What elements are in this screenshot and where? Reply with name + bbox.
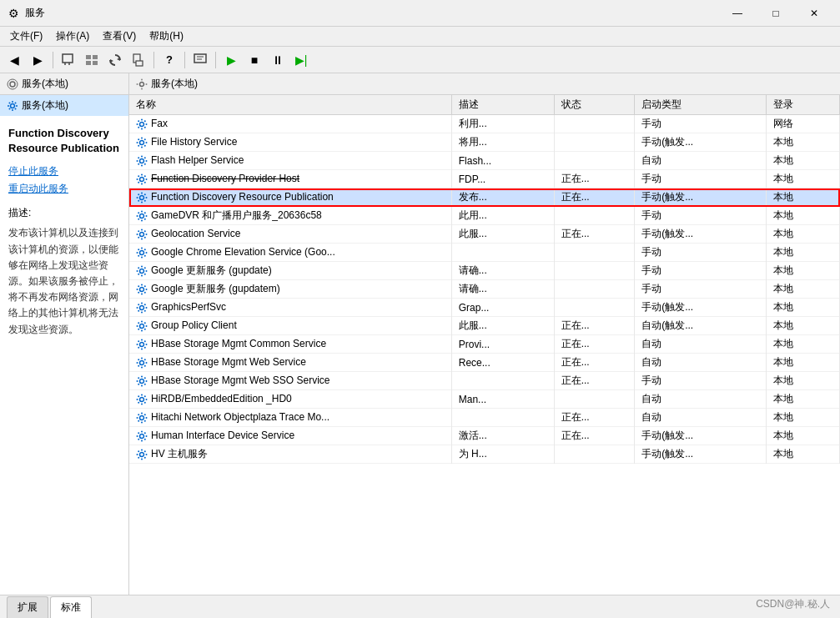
table-row[interactable]: HV 主机服务为 H...手动(触发...本地 [129,445,840,464]
svg-point-68 [141,201,143,203]
restart-service-button[interactable]: ▶| [290,50,312,70]
svg-point-32 [141,128,143,129]
minimize-button[interactable]: — [718,0,757,27]
col-name[interactable]: 名称 [129,95,451,115]
svg-point-179 [138,414,139,415]
help-button[interactable]: ? [158,50,180,70]
svg-point-79 [146,215,148,217]
tab-expand[interactable]: 扩展 [7,596,48,618]
col-desc[interactable]: 描述 [451,95,554,115]
stop-service-link[interactable]: 停止此服务 [8,164,120,178]
services-table-container[interactable]: 名称 描述 状态 启动类型 登录 Fax利用...手动网络 [129,95,840,595]
col-status[interactable]: 状态 [554,95,635,115]
service-desc-cell: Flash... [451,152,554,170]
service-links: 停止此服务 重启动此服务 [8,164,120,196]
close-button[interactable]: ✕ [795,0,833,27]
forward-button[interactable]: ▶ [27,50,48,70]
service-name-cell: Fax [129,115,451,133]
svg-point-105 [137,270,138,272]
table-row[interactable]: Group Policy Client此服...正在...自动(触发...本地 [129,317,840,335]
scope-icon [62,53,75,67]
tab-standard[interactable]: 标准 [50,596,92,618]
table-row[interactable]: HiRDB/EmbeddedEdition _HD0Man...自动本地 [129,390,840,409]
svg-point-193 [141,449,143,450]
svg-point-169 [146,399,148,400]
table-row[interactable]: HBase Storage Mgmt Web SSO Service正在...手… [129,372,840,390]
table-row[interactable]: HBase Storage Mgmt Common ServiceProvi..… [129,335,840,354]
service-startup-cell: 手动 [635,262,767,280]
table-row[interactable]: Hitachi Network Objectplaza Trace Mo...正… [129,409,840,427]
svg-point-172 [144,395,146,397]
table-row[interactable]: HBase Storage Mgmt Web ServiceRece...正在.… [129,354,840,372]
service-desc-cell: Grap... [451,299,554,317]
table-row[interactable]: Google 更新服务 (gupdate)请确...手动本地 [129,262,840,280]
service-desc-cell: 此用... [451,207,554,225]
properties-button[interactable] [189,50,211,70]
table-row[interactable]: Fax利用...手动网络 [129,115,840,133]
service-login-cell: 本地 [767,207,840,225]
svg-point-111 [140,287,144,291]
table-row[interactable]: GraphicsPerfSvcGrap...手动(触发...本地 [129,299,840,317]
svg-point-129 [140,324,144,328]
service-login-cell: 本地 [767,244,840,262]
table-row[interactable]: Human Interface Device Service激活...正在...… [129,427,840,445]
service-status-cell [554,207,635,225]
svg-point-90 [144,237,146,239]
service-startup-cell: 自动 [635,354,767,372]
svg-point-197 [138,450,139,452]
svg-point-94 [141,247,143,249]
service-login-cell: 本地 [767,372,840,390]
service-desc-cell: 利用... [451,115,554,133]
svg-point-109 [144,267,146,269]
svg-point-115 [146,289,148,290]
service-desc-cell [451,244,554,262]
table-row[interactable]: Function Discovery Resource Publication发… [129,188,840,207]
service-name-cell: Function Discovery Resource Publication [129,188,451,207]
bottom-tabs: 扩展 标准 [0,595,840,618]
svg-point-171 [144,402,146,404]
svg-point-33 [137,123,138,125]
pause-service-button[interactable]: ⏸ [267,50,289,70]
refresh-button[interactable] [104,50,126,70]
table-row[interactable]: GameDVR 和广播用户服务_20636c58此用...手动本地 [129,207,840,225]
view-button[interactable] [81,50,103,70]
svg-point-154 [144,359,146,360]
svg-point-168 [137,399,138,400]
restart-service-link[interactable]: 重启动此服务 [8,182,120,196]
back-button[interactable]: ◀ [3,50,25,70]
menu-file[interactable]: 文件(F) [3,28,49,45]
main-container: 服务(本地) 服务(本地) Function Discovery Resourc… [0,73,840,595]
svg-rect-5 [86,61,91,65]
service-startup-cell: 手动(触发... [635,225,767,244]
gear-icon [136,394,148,405]
svg-point-43 [146,142,148,143]
table-row[interactable]: Google 更新服务 (gupdatem)请确...手动本地 [129,280,840,299]
export-button[interactable] [128,50,149,70]
svg-point-65 [138,182,139,183]
table-row[interactable]: File History Service将用...手动(触发...本地 [129,133,840,152]
start-service-button[interactable]: ▶ [220,50,242,70]
menu-action[interactable]: 操作(A) [49,28,96,45]
table-row[interactable]: Function Discovery Provider HostFDP...正在… [129,170,840,188]
maximize-button[interactable]: □ [757,0,795,27]
menu-help[interactable]: 帮助(H) [143,28,190,45]
tree-item-local[interactable]: 服务(本地) [0,95,128,116]
menu-view[interactable]: 查看(V) [96,28,143,45]
show-scope-button[interactable] [58,50,79,70]
svg-point-42 [137,142,138,143]
service-login-cell: 本地 [767,390,840,409]
col-startup[interactable]: 启动类型 [635,95,767,115]
svg-rect-4 [93,55,98,59]
service-startup-cell: 手动(触发... [635,133,767,152]
col-login[interactable]: 登录 [767,95,840,115]
table-row[interactable]: Geolocation Service此服...正在...手动(触发...本地 [129,225,840,244]
table-row[interactable]: Flash Helper ServiceFlash...自动本地 [129,152,840,170]
svg-point-41 [141,146,143,148]
svg-point-107 [138,267,139,269]
svg-point-130 [141,320,143,322]
stop-service-button[interactable]: ■ [244,50,265,70]
service-startup-cell: 手动 [635,115,767,133]
right-panel-title: 服务(本地) [151,77,198,91]
table-row[interactable]: Google Chrome Elevation Service (Goo...手… [129,244,840,262]
service-name-cell: GraphicsPerfSvc [129,299,451,317]
